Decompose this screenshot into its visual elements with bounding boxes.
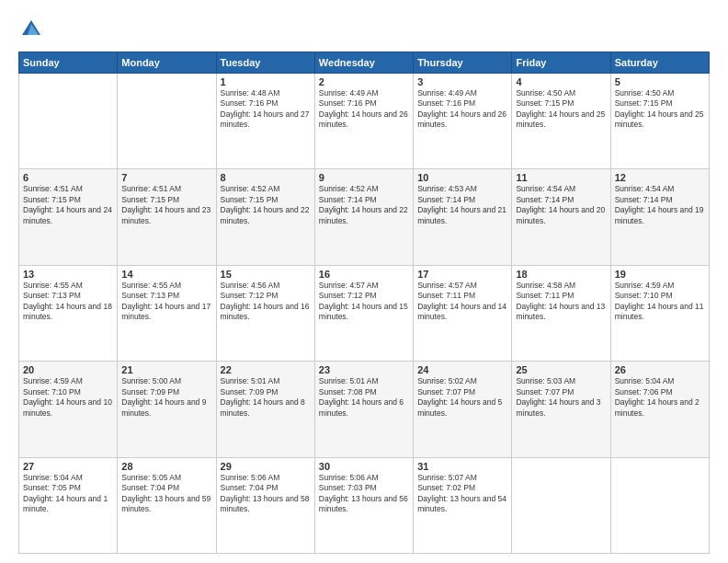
day-info: Sunrise: 5:02 AM Sunset: 7:07 PM Dayligh… [417, 376, 507, 419]
day-number: 20 [23, 364, 113, 375]
day-info: Sunrise: 4:53 AM Sunset: 7:14 PM Dayligh… [417, 184, 507, 226]
day-cell [512, 457, 610, 553]
day-cell: 1Sunrise: 4:48 AM Sunset: 7:16 PM Daylig… [216, 74, 314, 169]
day-cell: 5Sunrise: 4:50 AM Sunset: 7:15 PM Daylig… [610, 74, 709, 169]
day-cell [610, 457, 709, 553]
day-number: 15 [221, 269, 311, 280]
weekday-tuesday: Tuesday [216, 52, 314, 74]
day-number: 7 [121, 172, 211, 183]
day-cell: 26Sunrise: 5:04 AM Sunset: 7:06 PM Dayli… [610, 362, 709, 457]
day-cell: 11Sunrise: 4:54 AM Sunset: 7:14 PM Dayli… [512, 169, 610, 265]
day-cell: 7Sunrise: 4:51 AM Sunset: 7:15 PM Daylig… [118, 169, 216, 265]
day-info: Sunrise: 5:05 AM Sunset: 7:04 PM Dayligh… [121, 473, 211, 515]
weekday-friday: Friday [512, 52, 610, 74]
day-number: 29 [221, 461, 311, 472]
day-info: Sunrise: 4:52 AM Sunset: 7:15 PM Dayligh… [221, 184, 311, 226]
logo-icon [18, 17, 44, 42]
day-cell [19, 74, 118, 169]
week-row-2: 6Sunrise: 4:51 AM Sunset: 7:15 PM Daylig… [19, 169, 710, 265]
day-number: 16 [319, 269, 409, 280]
day-cell: 4Sunrise: 4:50 AM Sunset: 7:15 PM Daylig… [512, 74, 610, 169]
day-info: Sunrise: 5:01 AM Sunset: 7:08 PM Dayligh… [319, 376, 409, 419]
day-info: Sunrise: 4:54 AM Sunset: 7:14 PM Dayligh… [615, 184, 705, 226]
weekday-header-row: SundayMondayTuesdayWednesdayThursdayFrid… [19, 52, 710, 74]
day-info: Sunrise: 5:00 AM Sunset: 7:09 PM Dayligh… [121, 376, 211, 419]
day-cell: 14Sunrise: 4:55 AM Sunset: 7:13 PM Dayli… [118, 265, 216, 361]
day-number: 30 [319, 461, 409, 472]
day-info: Sunrise: 5:06 AM Sunset: 7:03 PM Dayligh… [319, 473, 409, 515]
day-info: Sunrise: 5:06 AM Sunset: 7:04 PM Dayligh… [221, 473, 311, 515]
day-info: Sunrise: 4:59 AM Sunset: 7:10 PM Dayligh… [23, 376, 113, 419]
day-number: 4 [516, 76, 606, 87]
day-cell: 2Sunrise: 4:49 AM Sunset: 7:16 PM Daylig… [314, 74, 413, 169]
day-number: 9 [319, 172, 409, 183]
day-info: Sunrise: 4:49 AM Sunset: 7:16 PM Dayligh… [319, 88, 409, 131]
day-number: 27 [23, 461, 113, 472]
calendar: SundayMondayTuesdayWednesdayThursdayFrid… [18, 52, 710, 554]
day-cell: 16Sunrise: 4:57 AM Sunset: 7:12 PM Dayli… [314, 265, 413, 361]
weekday-monday: Monday [118, 52, 216, 74]
day-number: 3 [417, 76, 507, 87]
week-row-5: 27Sunrise: 5:04 AM Sunset: 7:05 PM Dayli… [19, 457, 710, 553]
day-number: 24 [417, 364, 507, 375]
week-row-4: 20Sunrise: 4:59 AM Sunset: 7:10 PM Dayli… [19, 362, 710, 457]
day-cell: 24Sunrise: 5:02 AM Sunset: 7:07 PM Dayli… [414, 362, 512, 457]
day-cell: 21Sunrise: 5:00 AM Sunset: 7:09 PM Dayli… [118, 362, 216, 457]
day-number: 18 [516, 269, 606, 280]
day-info: Sunrise: 4:54 AM Sunset: 7:14 PM Dayligh… [516, 184, 606, 226]
day-info: Sunrise: 4:52 AM Sunset: 7:14 PM Dayligh… [319, 184, 409, 226]
weekday-thursday: Thursday [414, 52, 512, 74]
weekday-sunday: Sunday [19, 52, 118, 74]
day-info: Sunrise: 4:48 AM Sunset: 7:16 PM Dayligh… [221, 88, 311, 131]
day-number: 2 [319, 76, 409, 87]
day-number: 26 [615, 364, 705, 375]
day-number: 23 [319, 364, 409, 375]
day-number: 21 [121, 364, 211, 375]
day-number: 10 [417, 172, 507, 183]
day-cell: 19Sunrise: 4:59 AM Sunset: 7:10 PM Dayli… [610, 265, 709, 361]
day-info: Sunrise: 5:07 AM Sunset: 7:02 PM Dayligh… [417, 473, 507, 515]
week-row-3: 13Sunrise: 4:55 AM Sunset: 7:13 PM Dayli… [19, 265, 710, 361]
day-number: 19 [615, 269, 705, 280]
day-number: 1 [221, 76, 311, 87]
day-number: 6 [23, 172, 113, 183]
logo [18, 17, 48, 42]
day-info: Sunrise: 4:51 AM Sunset: 7:15 PM Dayligh… [23, 184, 113, 226]
day-cell: 25Sunrise: 5:03 AM Sunset: 7:07 PM Dayli… [512, 362, 610, 457]
day-number: 14 [121, 269, 211, 280]
day-info: Sunrise: 4:55 AM Sunset: 7:13 PM Dayligh… [121, 281, 211, 323]
day-info: Sunrise: 4:50 AM Sunset: 7:15 PM Dayligh… [516, 88, 606, 131]
day-number: 5 [615, 76, 705, 87]
header [18, 17, 710, 42]
day-number: 25 [516, 364, 606, 375]
day-cell: 17Sunrise: 4:57 AM Sunset: 7:11 PM Dayli… [414, 265, 512, 361]
day-cell: 8Sunrise: 4:52 AM Sunset: 7:15 PM Daylig… [216, 169, 314, 265]
page: SundayMondayTuesdayWednesdayThursdayFrid… [0, 0, 728, 563]
day-info: Sunrise: 4:50 AM Sunset: 7:15 PM Dayligh… [615, 88, 705, 131]
day-cell: 3Sunrise: 4:49 AM Sunset: 7:16 PM Daylig… [414, 74, 512, 169]
day-number: 28 [121, 461, 211, 472]
day-info: Sunrise: 4:58 AM Sunset: 7:11 PM Dayligh… [516, 281, 606, 323]
day-cell: 9Sunrise: 4:52 AM Sunset: 7:14 PM Daylig… [314, 169, 413, 265]
week-row-1: 1Sunrise: 4:48 AM Sunset: 7:16 PM Daylig… [19, 74, 710, 169]
day-cell: 30Sunrise: 5:06 AM Sunset: 7:03 PM Dayli… [314, 457, 413, 553]
day-info: Sunrise: 4:57 AM Sunset: 7:11 PM Dayligh… [417, 281, 507, 323]
weekday-wednesday: Wednesday [314, 52, 413, 74]
day-cell [118, 74, 216, 169]
day-number: 12 [615, 172, 705, 183]
day-cell: 18Sunrise: 4:58 AM Sunset: 7:11 PM Dayli… [512, 265, 610, 361]
day-info: Sunrise: 5:01 AM Sunset: 7:09 PM Dayligh… [221, 376, 311, 419]
day-cell: 13Sunrise: 4:55 AM Sunset: 7:13 PM Dayli… [19, 265, 118, 361]
day-number: 8 [221, 172, 311, 183]
day-number: 17 [417, 269, 507, 280]
day-cell: 29Sunrise: 5:06 AM Sunset: 7:04 PM Dayli… [216, 457, 314, 553]
day-cell: 28Sunrise: 5:05 AM Sunset: 7:04 PM Dayli… [118, 457, 216, 553]
day-cell: 6Sunrise: 4:51 AM Sunset: 7:15 PM Daylig… [19, 169, 118, 265]
day-number: 31 [417, 461, 507, 472]
day-info: Sunrise: 4:57 AM Sunset: 7:12 PM Dayligh… [319, 281, 409, 323]
day-cell: 31Sunrise: 5:07 AM Sunset: 7:02 PM Dayli… [414, 457, 512, 553]
day-info: Sunrise: 4:55 AM Sunset: 7:13 PM Dayligh… [23, 281, 113, 323]
day-number: 13 [23, 269, 113, 280]
day-cell: 27Sunrise: 5:04 AM Sunset: 7:05 PM Dayli… [19, 457, 118, 553]
day-info: Sunrise: 4:51 AM Sunset: 7:15 PM Dayligh… [121, 184, 211, 226]
